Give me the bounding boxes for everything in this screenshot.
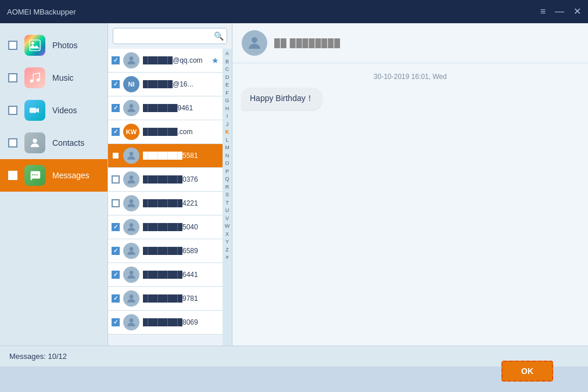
- messages-label: Messages: [52, 171, 89, 180]
- sidebar-item-contacts[interactable]: Contacts: [0, 127, 107, 159]
- alpha-letter[interactable]: B: [225, 58, 229, 66]
- contact-item[interactable]: ████████4221: [108, 192, 223, 215]
- svg-point-5: [33, 139, 37, 143]
- close-button[interactable]: ✕: [573, 7, 581, 16]
- alpha-letter[interactable]: P: [225, 168, 229, 176]
- alpha-letter[interactable]: M: [225, 144, 230, 152]
- alpha-letter[interactable]: T: [225, 199, 229, 207]
- music-checkbox[interactable]: [8, 73, 17, 82]
- search-input[interactable]: [113, 28, 227, 44]
- contact-item[interactable]: ✓████████9781: [108, 287, 223, 311]
- contact-name: ██████@qq.com: [143, 56, 208, 64]
- sidebar-item-music[interactable]: Music: [0, 62, 107, 94]
- photos-checkbox[interactable]: [8, 41, 17, 50]
- svg-point-6: [32, 174, 33, 175]
- message-panel: ██ ████████ 30-10-2019 16:01, Wed Happy …: [232, 23, 588, 346]
- contact-name: ██████@16...: [143, 80, 219, 88]
- alpha-letter[interactable]: F: [225, 89, 229, 98]
- alpha-letter[interactable]: X: [225, 231, 229, 239]
- contact-checkbox[interactable]: [112, 199, 120, 207]
- contact-checkbox[interactable]: [112, 175, 120, 184]
- alpha-letter[interactable]: Y: [225, 238, 229, 246]
- contact-name: ████████5581: [143, 152, 219, 160]
- alpha-letter[interactable]: K: [225, 128, 230, 136]
- contact-avatar: NI: [123, 76, 139, 92]
- minimize-button[interactable]: —: [555, 7, 564, 16]
- contact-item[interactable]: ✓██████@qq.com★: [108, 49, 223, 73]
- svg-point-3: [37, 78, 40, 82]
- alpha-letter[interactable]: D: [225, 74, 230, 82]
- menu-icon[interactable]: ≡: [540, 7, 546, 16]
- message-bubble-wrap: Happy Birthday！: [242, 88, 579, 110]
- contact-item[interactable]: ✓███████9461: [108, 96, 223, 120]
- contact-checkbox[interactable]: ✓: [112, 56, 120, 64]
- messages-checkbox[interactable]: ✓: [8, 171, 17, 180]
- sidebar-item-videos[interactable]: Videos: [0, 94, 107, 127]
- message-bubble: Happy Birthday！: [242, 88, 322, 110]
- ok-button[interactable]: OK: [501, 361, 553, 382]
- contact-item[interactable]: ✓████████5040: [108, 215, 223, 239]
- contact-item[interactable]: ✓████████6441: [108, 263, 223, 287]
- alpha-letter[interactable]: A: [225, 50, 229, 58]
- alpha-letter[interactable]: Q: [225, 175, 229, 184]
- alpha-letter[interactable]: U: [225, 207, 230, 215]
- alpha-letter[interactable]: W: [225, 222, 230, 231]
- svg-point-2: [30, 80, 34, 83]
- message-contact-name: ██ ████████: [274, 38, 340, 48]
- contact-avatar: [123, 100, 139, 116]
- contact-item[interactable]: ✓████████6589: [108, 239, 223, 263]
- alpha-letter[interactable]: G: [225, 97, 229, 105]
- contact-avatar: KW: [123, 124, 139, 140]
- videos-icon: [24, 100, 45, 121]
- alpha-letter[interactable]: J: [226, 121, 229, 129]
- alpha-letter[interactable]: Z: [225, 246, 229, 254]
- alpha-letter[interactable]: L: [225, 136, 228, 145]
- svg-point-17: [130, 294, 134, 299]
- contact-checkbox[interactable]: ✓: [112, 152, 120, 160]
- contacts-icon: [24, 132, 45, 153]
- contact-checkbox[interactable]: ✓: [112, 294, 120, 303]
- contact-avatar: [123, 171, 139, 188]
- message-avatar: [242, 30, 267, 56]
- contact-item[interactable]: ✓████████5581: [108, 144, 223, 168]
- contacts-checkbox[interactable]: [8, 138, 17, 148]
- status-text: Messages: 10/12: [9, 352, 67, 361]
- svg-point-19: [252, 37, 257, 43]
- contact-item[interactable]: ✓NI██████@16...: [108, 73, 223, 96]
- contact-avatar: [123, 314, 139, 330]
- alpha-letter[interactable]: H: [225, 105, 230, 113]
- contact-item[interactable]: ████████0376: [108, 168, 223, 192]
- alpha-letter[interactable]: S: [225, 191, 229, 199]
- contact-avatar: [123, 195, 139, 211]
- sidebar-item-messages[interactable]: ✓ Messages: [0, 159, 107, 192]
- app-title-text: AOMEI MBackupper: [7, 8, 76, 16]
- contact-checkbox[interactable]: ✓: [112, 128, 120, 136]
- sidebar-item-photos[interactable]: Photos: [0, 29, 107, 62]
- title-bar: AOMEI MBackupper ≡ — ✕: [0, 0, 588, 23]
- alpha-letter[interactable]: R: [225, 184, 230, 192]
- alpha-letter[interactable]: N: [225, 152, 230, 160]
- contact-name: ████████6589: [143, 247, 219, 255]
- contact-list-area: ✓██████@qq.com★✓NI██████@16...✓███████94…: [108, 49, 232, 346]
- contact-checkbox[interactable]: ✓: [112, 80, 120, 88]
- contact-checkbox[interactable]: ✓: [112, 247, 120, 255]
- contact-item[interactable]: ✓KW███████.com: [108, 120, 223, 144]
- alpha-letter[interactable]: C: [225, 66, 230, 74]
- search-icon[interactable]: 🔍: [214, 31, 224, 41]
- contact-item[interactable]: ✓████████8069: [108, 311, 223, 335]
- contact-checkbox[interactable]: ✓: [112, 223, 120, 231]
- alpha-letter[interactable]: E: [225, 81, 229, 89]
- contact-checkbox[interactable]: ✓: [112, 104, 120, 112]
- contact-avatar: [123, 52, 139, 69]
- alpha-letter[interactable]: I: [227, 113, 228, 121]
- alpha-letter[interactable]: O: [225, 160, 229, 168]
- alpha-letter[interactable]: V: [225, 215, 229, 223]
- contact-name: ████████6441: [143, 271, 219, 279]
- alpha-letter[interactable]: #: [225, 254, 228, 262]
- search-wrap: 🔍: [113, 28, 227, 44]
- contact-checkbox[interactable]: ✓: [112, 318, 120, 326]
- videos-label: Videos: [52, 106, 77, 115]
- contact-star-icon: ★: [211, 56, 219, 65]
- contact-checkbox[interactable]: ✓: [112, 271, 120, 279]
- videos-checkbox[interactable]: [8, 106, 17, 115]
